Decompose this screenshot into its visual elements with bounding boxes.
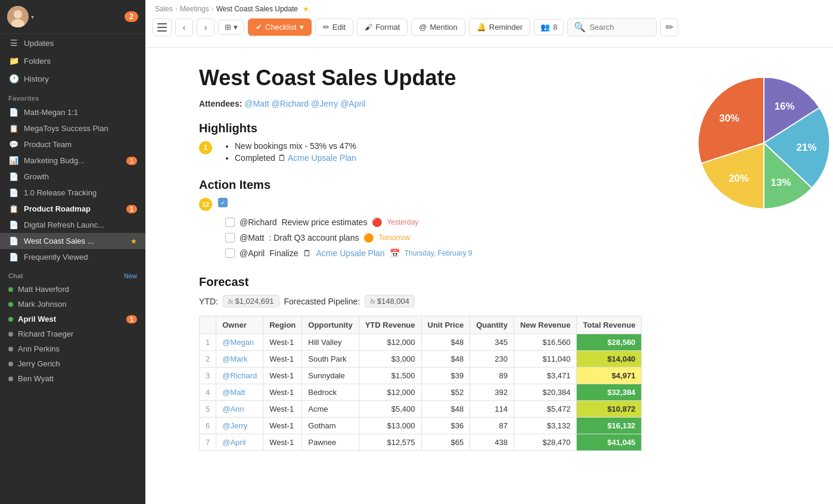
- mention-matt[interactable]: @Matt: [244, 99, 269, 108]
- cell-new-rev: $11,040: [514, 351, 577, 368]
- cell-num: 2: [200, 351, 216, 368]
- chat-item-jerry-gerich[interactable]: Jerry Gerich: [0, 356, 145, 371]
- sidebar-item-history[interactable]: 🕐 History: [0, 70, 145, 88]
- mention-button[interactable]: @ Mention: [411, 18, 465, 36]
- toolbar: ‹ › ⊞ ▾ ✔ Checklist ▾ ✏ Edit 🖌 Format @ …: [145, 14, 833, 40]
- mention-matt-action[interactable]: @Matt: [240, 233, 264, 242]
- forward-button[interactable]: ›: [197, 18, 215, 36]
- notification-badge[interactable]: 2: [125, 11, 138, 22]
- cell-owner[interactable]: @Megan: [216, 334, 263, 351]
- members-icon: 👥: [540, 23, 550, 32]
- col-owner: Owner: [216, 316, 263, 334]
- acme-upsale-link-2[interactable]: Acme Upsale Plan: [316, 248, 384, 258]
- table-row: 1 @Megan West-1 Hill Valley $12,000 $48 …: [200, 334, 642, 351]
- breadcrumb-sep2: ›: [212, 5, 214, 13]
- svg-rect-4: [157, 27, 167, 28]
- mention-richard[interactable]: @Richard: [272, 99, 309, 108]
- cell-qty: 114: [470, 401, 514, 418]
- action-item-3: @April Finalize 🗒 Acme Upsale Plan 📅 Thu…: [225, 245, 642, 261]
- sidebar-item-megatoys[interactable]: 📋 MegaToys Success Plan: [0, 120, 145, 136]
- action-checkbox-1[interactable]: [225, 217, 235, 227]
- favorites-label: Favorites: [0, 88, 145, 104]
- cell-total: $4,971: [577, 368, 642, 384]
- content-area: West Coast Sales Update Attendees: @Matt…: [145, 48, 833, 504]
- cell-ytd: $3,000: [359, 351, 421, 368]
- cell-unit: $39: [421, 368, 470, 384]
- favorite-star-icon[interactable]: ★: [303, 5, 309, 13]
- checklist-button[interactable]: ✔ Checklist ▾: [248, 18, 312, 36]
- user-menu-chevron[interactable]: ▾: [31, 14, 34, 20]
- format-button[interactable]: 🖌 Format: [357, 18, 408, 36]
- chat-item-ann-perkins[interactable]: Ann Perkins: [0, 341, 145, 356]
- sidebar-item-west-coast-sales[interactable]: 📄 West Coast Sales ... ★: [0, 233, 145, 249]
- col-region: Region: [263, 316, 302, 334]
- chat-item-ben-wyatt[interactable]: Ben Wyatt: [0, 371, 145, 386]
- sidebar: ▾ 2 ☰ Updates 📁 Folders 🕐 History Favori…: [0, 0, 145, 504]
- cell-owner[interactable]: @Jerry: [216, 418, 263, 434]
- sidebar-item-digital-refresh[interactable]: 📄 Digital Refresh Launc...: [0, 217, 145, 233]
- cell-new-rev: $3,132: [514, 418, 577, 434]
- sidebar-item-release-tracking[interactable]: 📄 1.0 Release Tracking: [0, 185, 145, 201]
- mention-april-action[interactable]: @April: [240, 248, 265, 258]
- sidebar-item-frequently-viewed[interactable]: 📄 Frequently Viewed: [0, 249, 145, 265]
- pie-text-4: 20%: [729, 173, 749, 184]
- cell-qty: 87: [470, 418, 514, 434]
- back-button[interactable]: ‹: [175, 18, 193, 36]
- page-type-button[interactable]: ⊞ ▾: [218, 20, 244, 35]
- due-date-2: Tomorrow: [378, 234, 410, 242]
- doc-icon: 📄: [8, 253, 19, 262]
- sidebar-item-product-roadmap[interactable]: 📋 Product Roadmap 1: [0, 201, 145, 217]
- sidebar-item-product-team[interactable]: 💬 Product Team: [0, 136, 145, 153]
- cell-owner[interactable]: @Mark: [216, 351, 263, 368]
- action-checkbox-3[interactable]: [225, 248, 235, 258]
- cell-num: 7: [200, 434, 216, 451]
- edit-button[interactable]: ✏ Edit: [315, 18, 353, 36]
- cell-ytd: $13,000: [359, 418, 421, 434]
- sidebar-item-matt-megan[interactable]: 📄 Matt-Megan 1:1: [0, 104, 145, 120]
- pie-text-2: 21%: [797, 142, 817, 153]
- fx-icon-1: fx: [228, 298, 234, 305]
- breadcrumb-sales[interactable]: Sales: [155, 5, 173, 13]
- sidebar-toggle-button[interactable]: [153, 18, 172, 36]
- mention-april[interactable]: @April: [340, 99, 365, 108]
- reminder-button[interactable]: 🔔 Reminder: [469, 18, 530, 36]
- pipeline-badge[interactable]: fx $148,004: [365, 295, 415, 307]
- cell-owner[interactable]: @Richard: [216, 368, 263, 384]
- chat-item-april-west[interactable]: April West 1: [0, 312, 145, 326]
- main-panel: Sales › Meetings › West Coast Sales Upda…: [145, 0, 833, 504]
- sidebar-item-folders[interactable]: 📁 Folders: [0, 52, 145, 70]
- members-button[interactable]: 👥 8: [534, 19, 564, 35]
- highlights-heading: Highlights: [199, 122, 642, 135]
- breadcrumb-meetings[interactable]: Meetings: [180, 5, 209, 13]
- chat-new-button[interactable]: New: [124, 272, 137, 279]
- offline-indicator: [8, 332, 13, 337]
- mention-richard-action[interactable]: @Richard: [240, 217, 276, 227]
- sidebar-header: ▾ 2: [0, 0, 145, 34]
- chat-item-mark-johnson[interactable]: Mark Johnson: [0, 297, 145, 312]
- cell-ytd: $12,575: [359, 434, 421, 451]
- cell-opportunity: Bedrock: [302, 384, 359, 401]
- sidebar-item-updates[interactable]: ☰ Updates: [0, 34, 145, 52]
- action-checkbox-2[interactable]: [225, 233, 235, 242]
- sidebar-item-marketing-budget[interactable]: 📊 Marketing Budg... 1: [0, 153, 145, 169]
- section-marker-1: 1: [199, 141, 212, 154]
- mention-jerry[interactable]: @Jerry: [311, 99, 338, 108]
- fire-icon-2: 🟠: [363, 233, 374, 242]
- ytd-badge[interactable]: fx $1,024,691: [223, 295, 279, 307]
- action-checkbox-checked[interactable]: ✓: [218, 198, 228, 207]
- avatar[interactable]: [7, 6, 29, 27]
- fire-icon-1: 🔴: [372, 217, 382, 227]
- cell-region: West-1: [263, 401, 302, 418]
- acme-upsale-link-1[interactable]: Acme Upsale Plan: [288, 153, 356, 163]
- folders-icon: 📁: [8, 56, 19, 66]
- search-input[interactable]: [589, 23, 650, 32]
- cell-owner[interactable]: @April: [216, 434, 263, 451]
- page-type-icon: ⊞: [225, 23, 231, 32]
- cell-owner[interactable]: @Matt: [216, 384, 263, 401]
- chat-item-matt-haverford[interactable]: Matt Haverford: [0, 282, 145, 297]
- chat-item-richard-traeger[interactable]: Richard Traeger: [0, 326, 145, 341]
- sidebar-item-growth[interactable]: 📄 Growth: [0, 169, 145, 185]
- cell-owner[interactable]: @Ann: [216, 401, 263, 418]
- compose-button[interactable]: ✏: [660, 18, 678, 36]
- doc-icon: 📋: [8, 204, 19, 213]
